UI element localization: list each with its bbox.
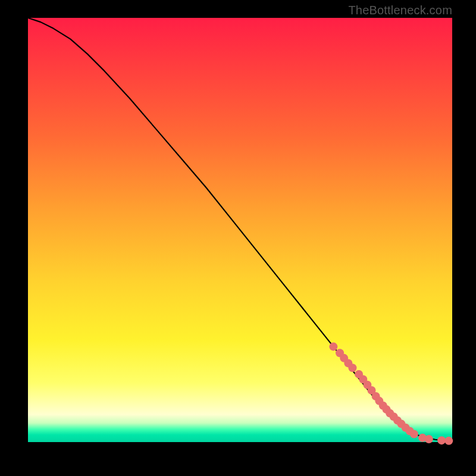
plot-area: [28, 18, 452, 442]
data-markers: [329, 343, 453, 445]
data-marker: [329, 343, 337, 351]
data-marker: [437, 436, 446, 444]
attribution-label: TheBottleneck.com: [348, 4, 452, 17]
data-marker: [410, 430, 418, 438]
data-marker: [348, 364, 356, 372]
data-marker: [425, 435, 433, 443]
bottleneck-curve: [28, 18, 452, 441]
chart-svg: [28, 18, 452, 442]
data-marker: [444, 437, 453, 445]
chart-frame: TheBottleneck.com: [0, 0, 476, 476]
